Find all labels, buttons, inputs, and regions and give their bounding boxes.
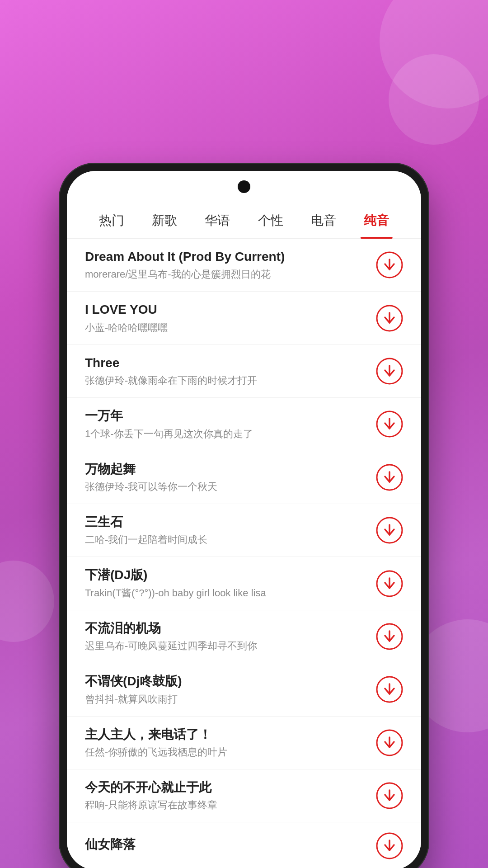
- download-button-2[interactable]: [376, 358, 403, 385]
- song-subtitle-1: 小蓝-哈哈哈嘿嘿嘿: [85, 321, 367, 335]
- song-item-7: 不流泪的机场迟里乌布-可晚风蔓延过四季却寻不到你: [67, 610, 421, 663]
- song-subtitle-5: 二哈-我们一起陪着时间成长: [85, 533, 367, 547]
- song-title-2: Three: [85, 355, 367, 371]
- song-item-1: I LOVE YOU小蓝-哈哈哈嘿嘿嘿: [67, 292, 421, 344]
- song-info-3: 一万年1个球-你丢下一句再见这次你真的走了: [85, 408, 367, 440]
- phone-screen: 热门新歌华语个性电音纯音 Dream About It (Prod By Cur…: [67, 171, 421, 868]
- song-item-11: 仙女降落: [67, 822, 421, 868]
- download-button-5[interactable]: [376, 517, 403, 544]
- song-item-0: Dream About It (Prod By Current)morerare…: [67, 239, 421, 292]
- tab-华语[interactable]: 华语: [191, 203, 244, 239]
- tab-个性[interactable]: 个性: [244, 203, 297, 239]
- song-title-11: 仙女降落: [85, 836, 367, 853]
- tab-热门[interactable]: 热门: [85, 203, 138, 239]
- song-info-2: Three张德伊玲-就像雨伞在下雨的时候才打开: [85, 355, 367, 387]
- download-button-6[interactable]: [376, 570, 403, 597]
- song-title-6: 下潜(DJ版): [85, 567, 367, 583]
- tab-电音[interactable]: 电音: [297, 203, 350, 239]
- song-subtitle-3: 1个球-你丢下一句再见这次你真的走了: [85, 427, 367, 441]
- song-title-8: 不谓侠(Dj咚鼓版): [85, 673, 367, 689]
- download-button-1[interactable]: [376, 305, 403, 332]
- song-list: Dream About It (Prod By Current)morerare…: [67, 239, 421, 868]
- tabs-bar: 热门新歌华语个性电音纯音: [67, 203, 421, 239]
- song-title-5: 三生石: [85, 514, 367, 530]
- tab-纯音[interactable]: 纯音: [350, 203, 403, 239]
- download-button-3[interactable]: [376, 410, 403, 438]
- download-button-4[interactable]: [376, 464, 403, 491]
- song-subtitle-7: 迟里乌布-可晚风蔓延过四季却寻不到你: [85, 639, 367, 653]
- song-subtitle-4: 张德伊玲-我可以等你一个秋天: [85, 480, 367, 494]
- song-info-9: 主人主人，来电话了！任然-你骄傲的飞远我栖息的叶片: [85, 726, 367, 759]
- song-subtitle-2: 张德伊玲-就像雨伞在下雨的时候才打开: [85, 374, 367, 387]
- song-title-0: Dream About It (Prod By Current): [85, 249, 367, 265]
- download-button-9[interactable]: [376, 729, 403, 756]
- song-info-6: 下潜(DJ版)Trakin(T酱(°?°))-oh baby girl look…: [85, 567, 367, 599]
- download-button-0[interactable]: [376, 251, 403, 278]
- tab-新歌[interactable]: 新歌: [138, 203, 191, 239]
- song-subtitle-10: 程响-只能将原谅写在故事终章: [85, 798, 367, 812]
- song-title-9: 主人主人，来电话了！: [85, 726, 367, 743]
- song-subtitle-6: Trakin(T酱(°?°))-oh baby girl look like l…: [85, 586, 367, 600]
- song-info-1: I LOVE YOU小蓝-哈哈哈嘿嘿嘿: [85, 302, 367, 334]
- phone-frame: 热门新歌华语个性电音纯音 Dream About It (Prod By Cur…: [59, 163, 429, 868]
- phone-container: 热门新歌华语个性电音纯音 Dream About It (Prod By Cur…: [59, 163, 429, 868]
- song-info-10: 今天的不开心就止于此程响-只能将原谅写在故事终章: [85, 779, 367, 812]
- song-subtitle-0: morerare/迟里乌布-我的心是簇拥烈日的花: [85, 268, 367, 281]
- bg-decoration-4: [0, 561, 54, 642]
- song-subtitle-9: 任然-你骄傲的飞远我栖息的叶片: [85, 745, 367, 759]
- song-item-5: 三生石二哈-我们一起陪着时间成长: [67, 504, 421, 557]
- song-item-8: 不谓侠(Dj咚鼓版)曾抖抖-就算风吹雨打: [67, 663, 421, 716]
- song-info-11: 仙女降落: [85, 836, 367, 855]
- song-info-7: 不流泪的机场迟里乌布-可晚风蔓延过四季却寻不到你: [85, 620, 367, 653]
- phone-notch: [67, 171, 421, 203]
- song-info-4: 万物起舞张德伊玲-我可以等你一个秋天: [85, 461, 367, 494]
- song-item-3: 一万年1个球-你丢下一句再见这次你真的走了: [67, 398, 421, 451]
- song-info-8: 不谓侠(Dj咚鼓版)曾抖抖-就算风吹雨打: [85, 673, 367, 706]
- song-item-6: 下潜(DJ版)Trakin(T酱(°?°))-oh baby girl look…: [67, 557, 421, 610]
- song-item-2: Three张德伊玲-就像雨伞在下雨的时候才打开: [67, 345, 421, 398]
- download-button-11[interactable]: [376, 832, 403, 859]
- download-button-10[interactable]: [376, 782, 403, 809]
- song-title-10: 今天的不开心就止于此: [85, 779, 367, 796]
- song-title-1: I LOVE YOU: [85, 302, 367, 318]
- song-title-7: 不流泪的机场: [85, 620, 367, 637]
- song-item-10: 今天的不开心就止于此程响-只能将原谅写在故事终章: [67, 769, 421, 822]
- song-subtitle-8: 曾抖抖-就算风吹雨打: [85, 693, 367, 706]
- song-info-5: 三生石二哈-我们一起陪着时间成长: [85, 514, 367, 547]
- download-button-8[interactable]: [376, 676, 403, 703]
- song-item-4: 万物起舞张德伊玲-我可以等你一个秋天: [67, 451, 421, 504]
- song-title-3: 一万年: [85, 408, 367, 424]
- song-item-9: 主人主人，来电话了！任然-你骄傲的飞远我栖息的叶片: [67, 717, 421, 769]
- download-button-7[interactable]: [376, 623, 403, 650]
- bg-decoration-2: [389, 54, 479, 145]
- song-title-4: 万物起舞: [85, 461, 367, 477]
- camera-dot: [238, 180, 250, 193]
- song-info-0: Dream About It (Prod By Current)morerare…: [85, 249, 367, 281]
